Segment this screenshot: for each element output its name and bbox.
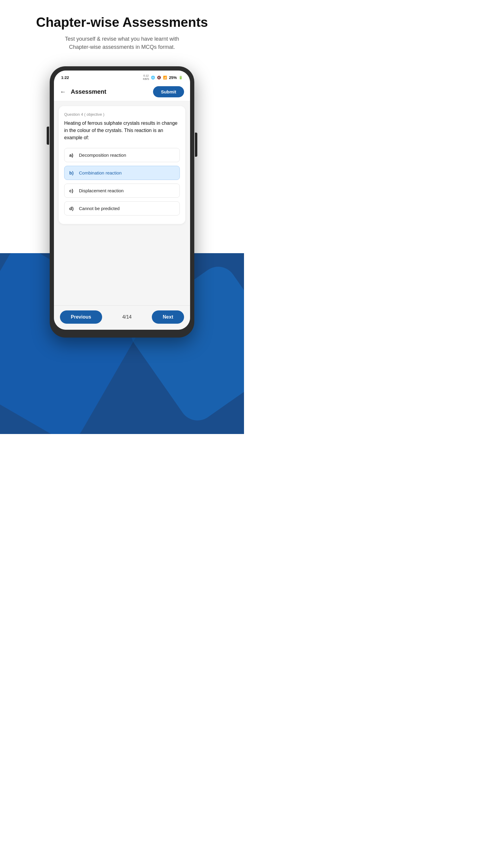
option-c-text: Displacement reaction [79, 188, 124, 193]
bottom-nav: Previous 4/14 Next [54, 305, 190, 330]
network-speed: 0.12 KB/S [143, 74, 149, 81]
battery-level: 25% [169, 75, 177, 80]
header-left: ← Assessment [60, 88, 106, 95]
option-d[interactable]: d) Cannot be predicted [64, 201, 180, 216]
mute-icon: 🔇 [157, 76, 161, 80]
option-b[interactable]: b) Combination reaction [64, 166, 180, 180]
question-text: Heating of ferrous sulphate crystals res… [64, 120, 180, 141]
status-bar: 1:22 0.12 KB/S 🌐 🔇 📶 25% 🔋 [54, 70, 190, 83]
app-header: ← Assessment Submit [54, 83, 190, 101]
option-c-letter: c) [69, 188, 76, 193]
option-a-letter: a) [69, 153, 76, 158]
status-time: 1:22 [61, 75, 69, 80]
submit-button[interactable]: Submit [153, 86, 184, 97]
header-title: Assessment [71, 88, 106, 95]
option-a[interactable]: a) Decomposition reaction [64, 148, 180, 162]
battery-icon: 🔋 [178, 76, 183, 80]
question-card: Question 4 ( objective ) Heating of ferr… [59, 106, 185, 224]
question-label: Question 4 ( objective ) [64, 112, 180, 117]
option-d-text: Cannot be predicted [79, 206, 120, 211]
option-b-text: Combination reaction [79, 170, 122, 176]
page-subtitle: Test yourself & revise what you have lea… [12, 35, 232, 51]
options-list: a) Decomposition reaction b) Combination… [64, 148, 180, 216]
previous-button[interactable]: Previous [60, 310, 102, 324]
option-c[interactable]: c) Displacement reaction [64, 184, 180, 198]
option-a-text: Decomposition reaction [79, 153, 126, 158]
phone-device: 1:22 0.12 KB/S 🌐 🔇 📶 25% 🔋 ← Assessment … [50, 66, 194, 338]
top-section: Chapter-wise Assessments Test yourself &… [0, 0, 244, 60]
next-button[interactable]: Next [152, 310, 184, 324]
phone-screen: 1:22 0.12 KB/S 🌐 🔇 📶 25% 🔋 ← Assessment … [54, 70, 190, 330]
status-right: 0.12 KB/S 🌐 🔇 📶 25% 🔋 [143, 74, 183, 81]
question-area: Question 4 ( objective ) Heating of ferr… [54, 101, 190, 305]
signal-icon: 📶 [163, 76, 167, 80]
back-button[interactable]: ← [60, 88, 66, 95]
page-counter: 4/14 [122, 314, 132, 320]
option-b-letter: b) [69, 170, 76, 176]
option-d-letter: d) [69, 206, 76, 211]
phone-wrapper: 1:22 0.12 KB/S 🌐 🔇 📶 25% 🔋 ← Assessment … [0, 60, 244, 434]
page-title: Chapter-wise Assessments [12, 15, 232, 30]
location-icon: 🌐 [151, 76, 155, 80]
